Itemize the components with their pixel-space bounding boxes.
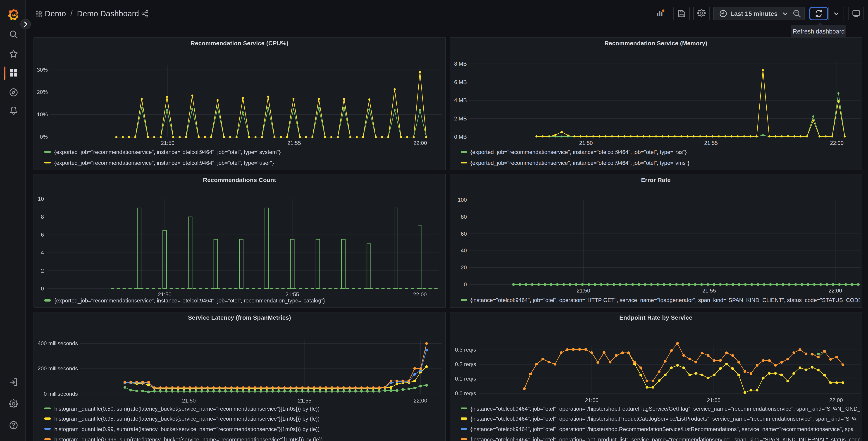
svg-text:21:50: 21:50 bbox=[161, 140, 175, 146]
svg-text:21:50: 21:50 bbox=[158, 291, 172, 297]
svg-text:400 milliseconds: 400 milliseconds bbox=[38, 340, 78, 346]
svg-text:22:00: 22:00 bbox=[828, 288, 842, 294]
svg-text:2 MB: 2 MB bbox=[454, 115, 467, 122]
svg-text:10: 10 bbox=[38, 196, 44, 202]
svg-text:0.1 req/s: 0.1 req/s bbox=[455, 375, 476, 381]
svg-text:60: 60 bbox=[461, 231, 467, 237]
svg-text:0: 0 bbox=[464, 282, 467, 288]
svg-text:0.3 req/s: 0.3 req/s bbox=[455, 346, 476, 352]
svg-text:4 MB: 4 MB bbox=[454, 97, 467, 103]
svg-text:2: 2 bbox=[41, 268, 44, 274]
svg-text:8: 8 bbox=[41, 214, 44, 220]
svg-text:40: 40 bbox=[461, 247, 467, 254]
svg-text:22:00: 22:00 bbox=[414, 397, 427, 404]
svg-text:21:55: 21:55 bbox=[298, 397, 311, 404]
svg-text:20: 20 bbox=[461, 264, 467, 270]
svg-text:0.0 req/s: 0.0 req/s bbox=[455, 390, 476, 396]
svg-text:80: 80 bbox=[461, 214, 467, 220]
svg-text:6: 6 bbox=[41, 232, 44, 238]
svg-text:0%: 0% bbox=[40, 134, 48, 140]
svg-text:0.2 req/s: 0.2 req/s bbox=[455, 361, 476, 367]
svg-text:10%: 10% bbox=[37, 111, 48, 117]
svg-text:4: 4 bbox=[41, 249, 44, 256]
svg-text:21:55: 21:55 bbox=[285, 291, 299, 297]
svg-text:21:50: 21:50 bbox=[182, 397, 196, 404]
svg-text:22:00: 22:00 bbox=[413, 291, 427, 297]
svg-text:21:55: 21:55 bbox=[702, 288, 716, 294]
svg-text:22:00: 22:00 bbox=[830, 140, 843, 146]
svg-text:21:55: 21:55 bbox=[707, 397, 720, 403]
svg-text:20%: 20% bbox=[37, 89, 48, 95]
svg-text:0: 0 bbox=[41, 286, 44, 292]
svg-text:100: 100 bbox=[458, 197, 467, 203]
svg-text:22:00: 22:00 bbox=[413, 140, 427, 146]
svg-text:22:00: 22:00 bbox=[829, 397, 843, 403]
svg-text:0 MB: 0 MB bbox=[454, 134, 467, 140]
svg-text:21:50: 21:50 bbox=[579, 140, 593, 146]
svg-text:21:55: 21:55 bbox=[287, 140, 301, 146]
svg-text:21:55: 21:55 bbox=[704, 140, 717, 146]
svg-text:21:50: 21:50 bbox=[585, 397, 598, 403]
svg-text:0 milliseconds: 0 milliseconds bbox=[44, 390, 78, 396]
svg-text:8 MB: 8 MB bbox=[454, 61, 467, 67]
svg-text:6 MB: 6 MB bbox=[454, 79, 467, 85]
svg-text:30%: 30% bbox=[37, 67, 48, 73]
svg-text:200 milliseconds: 200 milliseconds bbox=[38, 365, 78, 371]
svg-text:21:50: 21:50 bbox=[576, 288, 590, 294]
